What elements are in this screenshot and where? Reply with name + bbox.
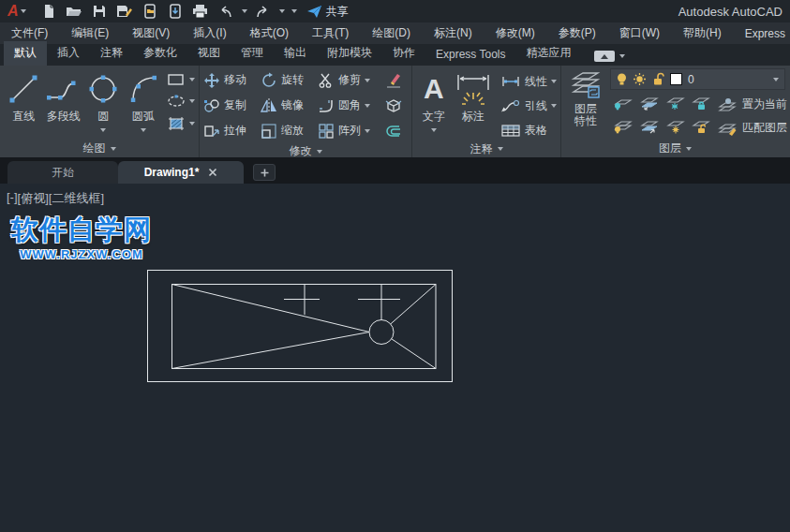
menu-insert[interactable]: 插入(I) xyxy=(193,25,226,41)
redo-button[interactable] xyxy=(254,2,273,21)
close-tab-icon[interactable] xyxy=(208,168,217,177)
ribbon-tab-express-tools[interactable]: Express Tools xyxy=(425,44,515,66)
customize-qat-caret-icon[interactable] xyxy=(291,9,297,13)
array-button[interactable]: 阵列 xyxy=(318,123,377,140)
fillet-caret-icon[interactable] xyxy=(365,104,370,108)
undo-button[interactable] xyxy=(216,2,235,21)
share-button[interactable]: 共享 xyxy=(306,4,349,20)
scale-button[interactable]: 缩放 xyxy=(261,123,310,140)
layer-freeze-button[interactable] xyxy=(664,96,685,114)
text-button[interactable]: A 文字 xyxy=(416,68,452,140)
draw-panel-title[interactable]: 绘图 xyxy=(0,140,199,157)
mirror-button[interactable]: 镜像 xyxy=(261,97,310,114)
save-to-web-mobile-button[interactable] xyxy=(166,2,185,21)
match-layer-button[interactable]: 匹配图层 xyxy=(717,120,787,136)
layer-dropdown[interactable]: 0 xyxy=(610,68,785,90)
linear-caret-icon[interactable] xyxy=(551,80,557,83)
layer-isolate-button[interactable] xyxy=(638,96,659,114)
leader-caret-icon[interactable] xyxy=(551,104,557,108)
ribbon-tab-parametric[interactable]: 参数化 xyxy=(133,41,187,66)
trim-caret-icon[interactable] xyxy=(365,79,370,82)
ribbon-tab-addins[interactable]: 附加模块 xyxy=(317,41,382,66)
cad-drawing[interactable] xyxy=(0,184,790,532)
hatch-caret-icon[interactable] xyxy=(189,122,195,126)
layer-dropdown-caret-icon[interactable] xyxy=(773,78,779,81)
new-file-button[interactable] xyxy=(39,2,58,21)
table-button[interactable]: 表格 xyxy=(500,120,557,140)
drawing-line-2[interactable] xyxy=(391,285,436,324)
layer-properties-button[interactable]: 图层 特性 xyxy=(563,67,608,140)
leader-button[interactable]: 引线 xyxy=(500,96,557,116)
ribbon-tab-output[interactable]: 输出 xyxy=(274,41,317,66)
redo-caret-icon[interactable] xyxy=(279,9,285,13)
explode-button[interactable] xyxy=(384,97,410,114)
ribbon-tab-featured-apps[interactable]: 精选应用 xyxy=(515,41,581,66)
layer-unlock-all-button[interactable] xyxy=(691,119,711,138)
menu-modify[interactable]: 修改(M) xyxy=(496,25,535,41)
ribbon-minimize-caret-icon[interactable] xyxy=(619,54,625,58)
rectangle-caret-icon[interactable] xyxy=(189,78,195,81)
modify-panel-title[interactable]: 修改 xyxy=(200,143,411,159)
plot-button[interactable] xyxy=(191,2,210,21)
trim-button[interactable]: 修剪 xyxy=(318,72,377,89)
menu-dimension[interactable]: 标注(N) xyxy=(434,25,472,41)
drawing-line-1[interactable] xyxy=(172,332,370,369)
circle-caret-icon[interactable] xyxy=(100,128,106,132)
layer-off-button[interactable] xyxy=(612,96,633,114)
dimension-button[interactable]: 标注 xyxy=(452,68,495,140)
menu-edit[interactable]: 编辑(E) xyxy=(71,25,109,41)
layer-on-all-button[interactable] xyxy=(612,119,633,138)
fillet-button[interactable]: 圆角 xyxy=(318,97,377,114)
layer-unisolate-button[interactable] xyxy=(638,119,659,138)
drawing-line-0[interactable] xyxy=(172,285,370,332)
erase-button[interactable] xyxy=(384,72,410,89)
menu-draw[interactable]: 绘图(D) xyxy=(372,25,410,41)
annotate-panel-title[interactable]: 注释 xyxy=(412,140,560,157)
make-current-button[interactable]: 置为当前 xyxy=(717,96,787,112)
circle-button[interactable]: 圆 xyxy=(83,68,124,140)
menu-format[interactable]: 格式(O) xyxy=(250,25,289,41)
menu-file[interactable]: 文件(F) xyxy=(11,25,48,41)
ellipse-caret-icon[interactable] xyxy=(189,99,195,103)
text-caret-icon[interactable] xyxy=(431,128,437,132)
ribbon-tab-insert[interactable]: 插入 xyxy=(47,41,90,66)
move-button[interactable]: 移动 xyxy=(203,72,253,89)
menu-window[interactable]: 窗口(W) xyxy=(619,25,660,41)
layer-lock-button[interactable] xyxy=(691,96,711,114)
rotate-button[interactable]: 旋转 xyxy=(261,72,310,89)
start-tab[interactable]: 开始 xyxy=(7,161,118,184)
menu-express[interactable]: Express xyxy=(745,27,785,40)
drawing-rectangle-1[interactable] xyxy=(172,285,437,369)
menu-tools[interactable]: 工具(T) xyxy=(312,25,349,41)
ribbon-tab-home[interactable]: 默认 xyxy=(4,41,47,66)
autocad-logo-icon[interactable]: A xyxy=(7,1,19,22)
rectangle-button[interactable] xyxy=(167,72,195,87)
line-button[interactable]: 直线 xyxy=(4,68,44,140)
layers-panel-title[interactable]: 图层 xyxy=(561,140,789,157)
hatch-button[interactable] xyxy=(167,115,195,132)
undo-caret-icon[interactable] xyxy=(242,9,247,13)
open-from-web-mobile-button[interactable] xyxy=(141,2,159,21)
ribbon-minimize-button[interactable] xyxy=(594,51,615,62)
ribbon-tab-view[interactable]: 视图 xyxy=(187,41,231,66)
menu-parametric[interactable]: 参数(P) xyxy=(559,25,596,41)
drawing1-tab[interactable]: Drawing1* xyxy=(118,161,244,184)
stretch-button[interactable]: 拉伸 xyxy=(203,123,253,140)
save-as-button[interactable] xyxy=(115,2,134,21)
offset-button[interactable] xyxy=(384,124,410,139)
array-caret-icon[interactable] xyxy=(365,129,370,133)
arc-button[interactable]: 圆弧 xyxy=(124,68,164,140)
menu-view[interactable]: 视图(V) xyxy=(132,25,170,41)
copy-button[interactable]: 复制 xyxy=(203,97,253,114)
model-space-canvas[interactable]: [-] [俯视] [二维线框] 软件自学网 WWW.RJZXW.COM xyxy=(0,184,790,532)
menu-help[interactable]: 帮助(H) xyxy=(683,25,722,41)
app-menu-caret-icon[interactable] xyxy=(21,9,26,13)
layer-thaw-all-button[interactable] xyxy=(664,119,685,138)
new-drawing-tab-button[interactable] xyxy=(253,164,276,181)
ribbon-tab-collaborate[interactable]: 协作 xyxy=(382,41,425,66)
drawing-circle[interactable] xyxy=(369,320,394,345)
save-button[interactable] xyxy=(90,2,109,21)
arc-caret-icon[interactable] xyxy=(141,128,146,132)
linear-dimension-button[interactable]: 线性 xyxy=(500,71,557,92)
ribbon-tab-manage[interactable]: 管理 xyxy=(231,41,274,66)
